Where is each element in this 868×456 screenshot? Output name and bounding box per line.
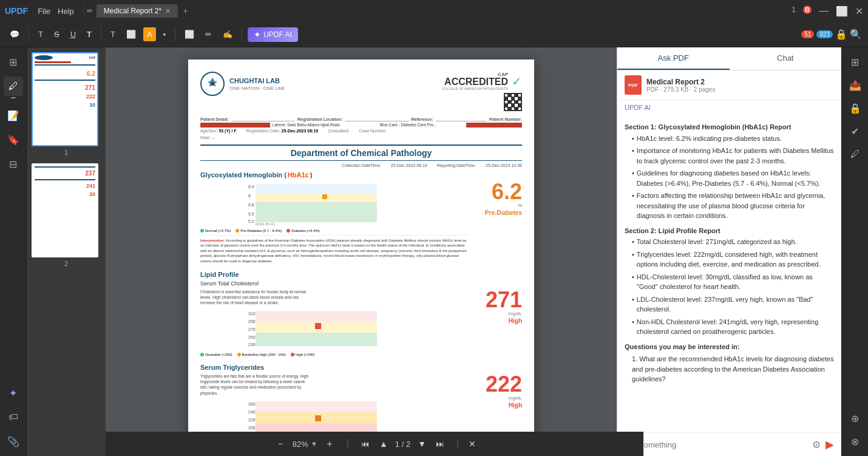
stamp-btn[interactable]: ⬜ <box>123 27 140 41</box>
reg-loc-label: Registration Location: <box>297 117 342 121</box>
ai-bullet-1-3: Factors affecting the relationship betwe… <box>632 191 834 221</box>
textbox-btn[interactable]: T <box>107 27 119 41</box>
last-page-btn[interactable]: ⏭ <box>433 437 447 451</box>
sidebar-ai-icon[interactable]: ✦ <box>4 383 23 403</box>
sidebar-attachment-icon[interactable]: 📎 <box>4 432 23 451</box>
sidebar-highlight-icon[interactable]: 🖊 <box>4 77 23 96</box>
question-1: 1. What are the recommended HbA1c levels… <box>632 354 834 384</box>
shape-btn[interactable]: ⬜ <box>181 27 198 41</box>
strikethrough-btn[interactable]: S <box>50 27 63 41</box>
sidebar-bookmark2-icon[interactable]: 🏷 <box>4 407 23 427</box>
user-avatar[interactable]: B <box>803 5 812 14</box>
redact-btn[interactable]: ▪ <box>160 27 170 41</box>
chat-settings-icon[interactable]: ⚙ <box>812 439 821 451</box>
zoom-value: 82% ▼ <box>293 440 317 449</box>
left-sidebar: ⊞ 🖊 📝 🔖 ⊟ ✦ 🏷 📎 <box>0 47 27 456</box>
active-tab[interactable]: Medical Report 2* ✕ <box>97 4 178 18</box>
draw-btn[interactable]: ✏ <box>202 27 215 41</box>
ask-pdf-tab[interactable]: Ask PDF <box>617 47 730 70</box>
test2-value: 271 <box>473 289 522 311</box>
minimize-btn[interactable]: — <box>819 5 829 17</box>
sidebar-pages-icon[interactable]: ⊞ <box>4 52 23 72</box>
chat-send-btn[interactable]: ▶ <box>826 438 834 451</box>
right-icon-5[interactable]: 🖊 <box>846 145 865 164</box>
lock-icon[interactable]: 🔒 <box>835 29 847 40</box>
svg-text:290: 290 <box>248 319 256 324</box>
file-menu[interactable]: File <box>38 7 50 16</box>
first-page-btn[interactable]: ⏮ <box>359 437 372 451</box>
right-icon-4[interactable]: ✔ <box>846 121 865 141</box>
thumbnail-panel: CAP 6.2 271 222 30 1 237 2 <box>27 47 106 456</box>
zoom-in-btn[interactable]: ＋ <box>322 435 337 453</box>
updf-ai-btn[interactable]: ✦ UPDF AI <box>248 27 298 42</box>
tab-close[interactable]: ✕ <box>165 7 171 15</box>
svg-rect-18 <box>256 311 377 322</box>
note-label: Note: ... <box>200 135 522 140</box>
chat-tab[interactable]: Chat <box>730 47 842 70</box>
help-menu[interactable]: Help <box>58 7 74 16</box>
ai-label: UPDF AI <box>263 30 292 39</box>
right-icon-3[interactable]: 🔒 <box>846 98 865 118</box>
sidebar-organize-icon[interactable]: ⊟ <box>4 154 23 174</box>
doc-meta: PDF · 279.3 KB · 2 pages <box>646 86 715 93</box>
thumbnail-page-2[interactable]: 237 241 30 2 <box>32 163 101 267</box>
tab-add-btn[interactable]: ＋ <box>181 5 189 16</box>
pdf-area[interactable]: CHUGHTAI LAB ONE NATION · ONE LAB CAP AC… <box>106 47 617 456</box>
underline-btn[interactable]: U <box>67 27 80 41</box>
sidebar-bookmark-icon[interactable]: 🔖 <box>4 130 23 149</box>
reference-label: Reference: <box>412 117 433 121</box>
thumb-label-2: 2 <box>32 260 101 267</box>
svg-text:200: 200 <box>248 426 256 430</box>
maximize-btn[interactable]: ⬜ <box>836 5 848 17</box>
zoom-out-btn[interactable]: － <box>273 435 288 453</box>
next-page-btn[interactable]: ▼ <box>415 437 429 451</box>
edit-icon: ✏ <box>87 7 93 15</box>
questions-title: Questions you may be interested in: <box>625 342 834 352</box>
signature-btn[interactable]: ✍ <box>219 27 236 41</box>
svg-text:6.4: 6.4 <box>248 185 254 189</box>
sidebar-comment-icon[interactable]: 📝 <box>4 106 23 125</box>
svg-rect-8 <box>256 202 377 211</box>
svg-rect-21 <box>315 323 321 329</box>
close-toolbar-btn[interactable]: ✕ <box>469 439 476 449</box>
reference-val: Blue Card - Diabetes Care Pro... <box>380 123 464 128</box>
svg-text:25/12/2023: 25/12/2023 <box>256 226 273 226</box>
highlight-btn[interactable]: A <box>143 27 156 41</box>
legend-borderline: Borderline High (200 - 240) <box>242 353 286 356</box>
dept-header: Department of Chemical Pathology <box>200 145 522 161</box>
text-btn[interactable]: T <box>35 27 47 41</box>
title-bar: UPDF File Help ✏ Medical Report 2* ✕ ＋ 1… <box>0 0 868 22</box>
prev-page-btn[interactable]: ▲ <box>377 437 390 451</box>
cholesterol-legend: Desirable (<200) Borderline High (200 - … <box>200 353 469 356</box>
tab-title: Medical Report 2* <box>104 7 161 15</box>
test1-body: 6.4 6 5.8 5.5 5.2 <box>200 181 522 264</box>
legend-high: High (>240) <box>296 353 315 356</box>
chat-input[interactable] <box>625 440 807 449</box>
bottom-toolbar: － 82% ▼ ＋ | ⏮ ▲ 1 / 2 ▼ ⏭ | ✕ <box>106 432 643 456</box>
lab-name: CHUGHTAI LAB <box>229 77 285 85</box>
sep2 <box>101 28 101 41</box>
svg-rect-30 <box>315 415 321 421</box>
comment-btn[interactable]: 💬 <box>6 27 23 41</box>
right-icon-7[interactable]: ⊗ <box>846 432 865 451</box>
section2-title: Section 2: Lipid Profile Report <box>625 226 834 236</box>
right-icon-6[interactable]: ⊕ <box>846 409 865 428</box>
ai-bullet-1-2: Guidelines for diagnosing diabetes based… <box>632 168 834 188</box>
thumbnail-page-1[interactable]: CAP 6.2 271 222 30 1 <box>32 52 101 156</box>
right-panel-tabs: Ask PDF Chat <box>617 47 841 70</box>
zoom-dropdown[interactable]: ▼ <box>311 440 317 447</box>
test2-desc: Cholesterol is essential substance for h… <box>200 289 310 305</box>
test1-title: Glycosylated Hemoglobin (HbA1c) <box>200 171 522 179</box>
test1-result: 6.2 % Pre-Diabetes <box>473 181 522 264</box>
right-icon-1[interactable]: ⊞ <box>846 52 865 72</box>
search-icon[interactable]: 🔍 <box>850 29 862 40</box>
font-btn[interactable]: T <box>83 27 95 41</box>
svg-rect-27 <box>256 401 377 412</box>
right-icon-2[interactable]: 📤 <box>846 75 865 95</box>
doc-name: Medical Report 2 <box>646 78 715 86</box>
legend-desirable: Desirable (<200) <box>205 353 232 356</box>
test-lipid: Lipid Profile Serum Total Cholesterol Ch… <box>200 271 522 356</box>
svg-text:230: 230 <box>248 342 256 347</box>
ai-bullet-1-0: HbA1c level: 6.2% indicating pre-diabete… <box>632 134 834 144</box>
close-btn[interactable]: ✕ <box>855 5 863 17</box>
